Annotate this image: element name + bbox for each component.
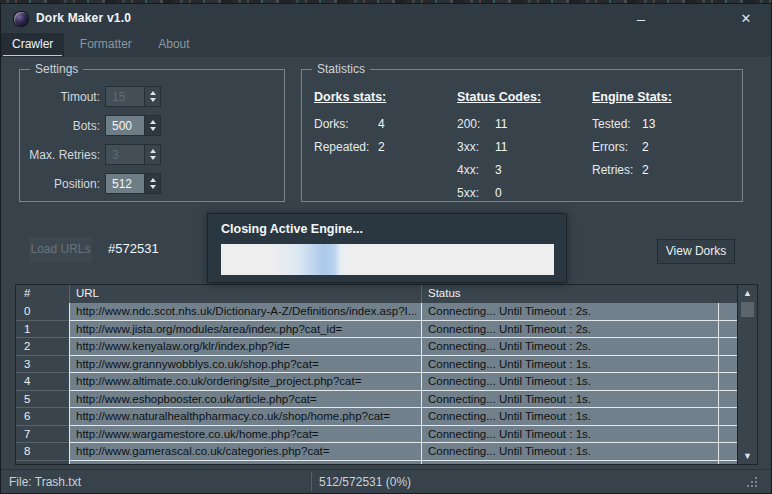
spinner-down-icon[interactable]	[150, 185, 156, 189]
status-cell[interactable]: Connecting... Until Timeout : 1s.	[421, 373, 718, 391]
url-cell[interactable]: http://www.eshopbooster.co.uk/article.ph…	[69, 391, 421, 409]
scroll-down-icon[interactable]: ▼	[738, 449, 757, 463]
status-cell[interactable]: Connecting... Until Timeout : 1s.	[421, 443, 718, 461]
row-number-cell[interactable]: 6	[16, 408, 69, 426]
stat-value: 13	[642, 117, 655, 131]
status-cell[interactable]: Connecting... Until Timeout : 1s.	[421, 391, 718, 409]
stat-value: 2	[642, 163, 649, 177]
spinner-up-icon[interactable]	[150, 178, 156, 182]
url-cell[interactable]: http://www.gamerascal.co.uk/categories.p…	[69, 443, 421, 461]
spinner-down-icon[interactable]	[150, 127, 156, 131]
settings-field-row: Position: 512	[20, 173, 284, 194]
titlebar[interactable]: Dork Maker v1.0 – ✕	[1, 4, 771, 33]
minimize-button[interactable]: –	[624, 4, 658, 32]
spinner-buttons[interactable]	[144, 144, 161, 165]
status-cell[interactable]: Connecting... Until Timeout : 2s.	[421, 321, 718, 339]
table-row[interactable]: 5 http://www.eshopbooster.co.uk/article.…	[16, 391, 737, 409]
status-cell[interactable]: Connecting... Until Timeout : 2s.	[421, 338, 718, 356]
table-row[interactable]: 3 http://www.grannywobblys.co.uk/shop.ph…	[16, 356, 737, 374]
settings-groupbox: Settings Timout: 15 Bots: 500	[19, 69, 285, 202]
url-cell[interactable]: http://www.wargamestore.co.uk/home.php?c…	[69, 426, 421, 444]
tab-about[interactable]: About	[147, 33, 200, 57]
row-number-cell	[16, 461, 69, 465]
row-number-cell[interactable]: 0	[16, 303, 69, 321]
stat-value: 0	[495, 186, 502, 200]
view-dorks-button[interactable]: View Dorks	[657, 239, 735, 264]
spinner-value[interactable]: 512	[105, 173, 144, 194]
table-row[interactable]: 0 http://www.ndc.scot.nhs.uk/Dictionary-…	[16, 303, 737, 321]
spinner-buttons[interactable]	[144, 173, 161, 194]
partial-table-row[interactable]: http://www.	[16, 461, 737, 465]
status-cell[interactable]: Connecting... Until Timeout : 1s.	[421, 426, 718, 444]
table-row[interactable]: 7 http://www.wargamestore.co.uk/home.php…	[16, 426, 737, 444]
stat-row: Errors: 2	[592, 140, 672, 154]
table-row[interactable]: 8 http://www.gamerascal.co.uk/categories…	[16, 443, 737, 461]
spinner-value[interactable]: 15	[105, 86, 144, 107]
numeric-spinner[interactable]: 500	[105, 115, 161, 136]
settings-legend: Settings	[30, 62, 83, 76]
status-codes-column: Status Codes: 200: 11 3xx: 11 4xx: 3 5xx…	[457, 90, 541, 209]
table-row[interactable]: 4 http://www.altimate.co.uk/ordering/sit…	[16, 373, 737, 391]
row-number-cell[interactable]: 5	[16, 391, 69, 409]
status-cell[interactable]: Connecting... Until Timeout : 2s.	[421, 303, 718, 321]
stat-label: Errors:	[592, 140, 642, 154]
spinner-down-icon[interactable]	[150, 156, 156, 160]
url-cell[interactable]: http://www.grannywobblys.co.uk/shop.php?…	[69, 356, 421, 374]
stat-row: 5xx: 0	[457, 186, 541, 200]
spinner-buttons[interactable]	[144, 86, 161, 107]
row-number-cell[interactable]: 1	[16, 321, 69, 339]
filler-cell	[718, 321, 737, 339]
numeric-spinner[interactable]: 15	[105, 86, 161, 107]
table-row[interactable]: 2 http://www.kenyalaw.org/klr/index.php?…	[16, 338, 737, 356]
spinner-buttons[interactable]	[144, 115, 161, 136]
header-url[interactable]: URL	[69, 285, 421, 303]
status-cell[interactable]: Connecting... Until Timeout : 1s.	[421, 408, 718, 426]
stat-row: 4xx: 3	[457, 163, 541, 177]
header-status[interactable]: Status	[421, 285, 718, 303]
window-title: Dork Maker v1.0	[36, 11, 131, 25]
url-grid-main: # URL Status 0 http://www.ndc.scot.nhs.u…	[16, 285, 737, 464]
crawler-tab-page: Settings Timout: 15 Bots: 500	[1, 57, 771, 493]
spinner-down-icon[interactable]	[150, 98, 156, 102]
row-number-cell[interactable]: 8	[16, 443, 69, 461]
vertical-scrollbar[interactable]: ▲ ▼	[737, 285, 757, 464]
table-row[interactable]: 6 http://www.naturalhealthpharmacy.co.uk…	[16, 408, 737, 426]
scrollbar-thumb[interactable]	[741, 302, 754, 317]
scroll-up-icon[interactable]: ▲	[738, 286, 757, 300]
url-cell[interactable]: http://www.ndc.scot.nhs.uk/Dictionary-A-…	[69, 303, 421, 321]
row-number-cell[interactable]: 4	[16, 373, 69, 391]
filler-cell	[718, 373, 737, 391]
url-cell[interactable]: http://www.naturalhealthpharmacy.co.uk/s…	[69, 408, 421, 426]
numeric-spinner[interactable]: 3	[105, 144, 161, 165]
status-bar: File: Trash.txt 512/572531 (0%)	[1, 469, 771, 493]
tab-crawler[interactable]: Crawler	[1, 33, 64, 57]
status-cell	[421, 461, 718, 465]
row-number-cell[interactable]: 7	[16, 426, 69, 444]
stat-value: 11	[495, 117, 507, 131]
filler-cell	[718, 356, 737, 374]
row-number-cell[interactable]: 2	[16, 338, 69, 356]
statistics-groupbox: Statistics Dorks stats: Dorks: 4 Repeate…	[301, 69, 743, 202]
dorks-stats-rows: Dorks: 4 Repeated: 2	[314, 117, 386, 154]
spinner-value[interactable]: 500	[105, 115, 144, 136]
tab-formatter[interactable]: Formatter	[69, 33, 143, 57]
row-number-cell[interactable]: 3	[16, 356, 69, 374]
filler-cell	[718, 443, 737, 461]
statistics-legend: Statistics	[312, 62, 370, 76]
spinner-up-icon[interactable]	[150, 120, 156, 124]
header-num[interactable]: #	[16, 285, 69, 303]
stat-row: Retries: 2	[592, 163, 672, 177]
url-cell[interactable]: http://www.jista.org/modules/area/index.…	[69, 321, 421, 339]
close-button[interactable]: ✕	[729, 4, 763, 32]
stat-label: Retries:	[592, 163, 642, 177]
spinner-up-icon[interactable]	[150, 149, 156, 153]
table-row[interactable]: 1 http://www.jista.org/modules/area/inde…	[16, 321, 737, 339]
numeric-spinner[interactable]: 512	[105, 173, 161, 194]
url-cell[interactable]: http://www.kenyalaw.org/klr/index.php?id…	[69, 338, 421, 356]
spinner-value[interactable]: 3	[105, 144, 144, 165]
spinner-up-icon[interactable]	[150, 91, 156, 95]
url-cell[interactable]: http://www.altimate.co.uk/ordering/site_…	[69, 373, 421, 391]
resize-grip-icon[interactable]	[747, 477, 757, 487]
status-cell[interactable]: Connecting... Until Timeout : 1s.	[421, 356, 718, 374]
stat-label: Tested:	[592, 117, 642, 131]
